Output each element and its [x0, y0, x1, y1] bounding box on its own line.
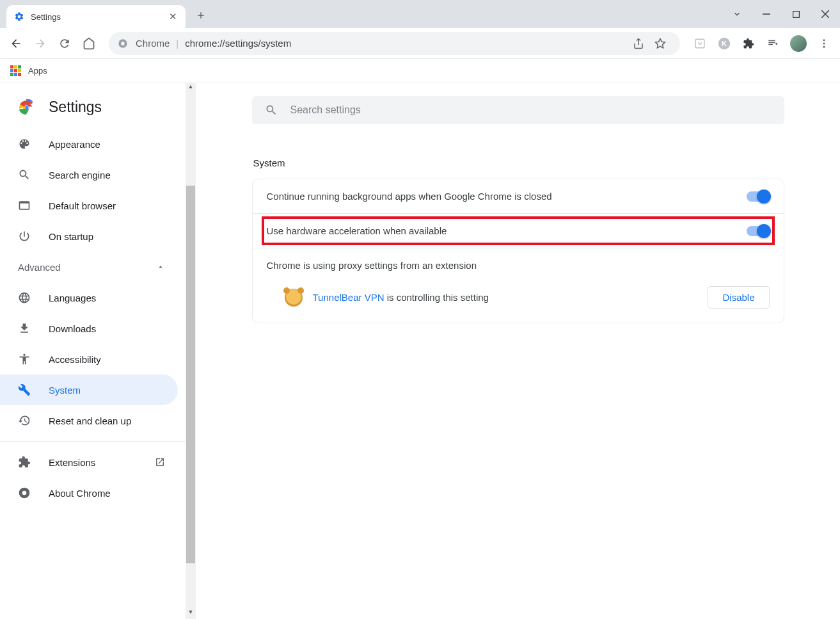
- sidebar-title: Settings: [49, 99, 102, 116]
- close-window-button[interactable]: [811, 0, 840, 28]
- sidebar-item-label: System: [49, 385, 81, 396]
- chrome-logo-icon: [18, 99, 35, 116]
- svg-rect-1: [793, 11, 799, 17]
- search-icon: [265, 104, 278, 117]
- window-titlebar: Settings ✕: [0, 0, 840, 28]
- sidebar-item-label: Reset and clean up: [49, 415, 131, 426]
- chevron-down-icon[interactable]: [722, 0, 752, 28]
- sidebar-item-label: Extensions: [49, 457, 95, 468]
- toggle-background-apps[interactable]: [747, 191, 770, 202]
- svg-point-11: [823, 39, 825, 41]
- sidebar-item-label: Downloads: [49, 323, 96, 334]
- globe-icon: [18, 291, 31, 304]
- puzzle-icon: [18, 456, 31, 469]
- maximize-button[interactable]: [781, 0, 811, 28]
- restore-icon: [18, 414, 31, 427]
- minimize-button[interactable]: [752, 0, 781, 28]
- download-icon: [18, 322, 31, 335]
- divider: |: [176, 38, 178, 49]
- sidebar-item-on-startup[interactable]: On startup: [0, 221, 178, 252]
- accessibility-icon: [18, 353, 31, 366]
- tunnelbear-icon: [285, 289, 303, 307]
- profile-avatar[interactable]: [790, 35, 807, 52]
- window-controls: [722, 0, 840, 28]
- disable-button[interactable]: Disable: [708, 286, 769, 309]
- reading-list-icon[interactable]: [762, 33, 784, 54]
- sidebar-header: Settings: [0, 91, 186, 129]
- extension-k-icon[interactable]: K: [713, 33, 735, 54]
- scroll-thumb[interactable]: [186, 186, 195, 563]
- setting-background-apps: Continue running background apps when Go…: [253, 179, 784, 214]
- share-icon[interactable]: [628, 33, 649, 54]
- scroll-up-arrow[interactable]: ▲: [186, 83, 196, 93]
- apps-label[interactable]: Apps: [28, 66, 47, 76]
- sidebar-item-label: Default browser: [49, 200, 116, 211]
- svg-point-5: [121, 42, 124, 45]
- browser-toolbar: Chrome | chrome://settings/system K: [0, 28, 840, 59]
- sidebar-item-label: About Chrome: [49, 488, 111, 499]
- settings-main: Search settings System Continue running …: [196, 83, 840, 619]
- home-button[interactable]: [78, 33, 100, 54]
- chevron-up-icon: [156, 262, 165, 271]
- chrome-icon: [118, 38, 128, 49]
- separator: [0, 441, 186, 442]
- advanced-label: Advanced: [18, 262, 61, 273]
- sidebar-item-label: Accessibility: [49, 354, 101, 365]
- sidebar-scrollbar[interactable]: ▲ ▼: [186, 83, 196, 619]
- svg-marker-7: [656, 38, 665, 47]
- setting-label: Use hardware acceleration when available: [267, 225, 747, 236]
- close-icon[interactable]: ✕: [168, 12, 178, 22]
- sidebar-item-system[interactable]: System: [0, 374, 178, 405]
- apps-grid-icon[interactable]: [10, 65, 22, 77]
- omnibox-label: Chrome: [136, 38, 170, 49]
- sidebar-item-search-engine[interactable]: Search engine: [0, 159, 178, 190]
- sidebar-item-about-chrome[interactable]: About Chrome: [0, 478, 178, 508]
- sidebar-item-languages[interactable]: Languages: [0, 282, 178, 313]
- toggle-hardware-acceleration[interactable]: [747, 226, 770, 236]
- sidebar-item-downloads[interactable]: Downloads: [0, 313, 178, 344]
- gear-icon: [14, 12, 24, 22]
- bookmarks-bar: Apps: [0, 59, 840, 83]
- section-heading: System: [252, 157, 784, 168]
- chrome-small-icon: [18, 486, 31, 499]
- sidebar-item-label: Languages: [49, 293, 96, 303]
- browser-tab[interactable]: Settings ✕: [6, 5, 186, 28]
- search-icon: [18, 168, 31, 181]
- power-icon: [18, 230, 31, 243]
- svg-rect-8: [695, 39, 704, 48]
- sidebar-item-reset[interactable]: Reset and clean up: [0, 405, 178, 436]
- pocket-icon[interactable]: [689, 33, 711, 54]
- bookmark-star-icon[interactable]: [649, 33, 671, 54]
- extension-link[interactable]: TunnelBear VPN: [313, 292, 384, 303]
- wrench-icon: [18, 383, 31, 396]
- extensions-puzzle-icon[interactable]: [738, 33, 759, 54]
- sidebar-item-appearance[interactable]: Appearance: [0, 129, 178, 159]
- new-tab-button[interactable]: [192, 6, 210, 24]
- advanced-toggle[interactable]: Advanced: [0, 252, 178, 282]
- proxy-suffix: is controlling this setting: [384, 292, 489, 303]
- forward-button[interactable]: [29, 33, 51, 54]
- chrome-menu-icon[interactable]: [813, 33, 835, 54]
- svg-point-13: [823, 45, 825, 47]
- omnibox-url: chrome://settings/system: [185, 38, 291, 49]
- sidebar-item-label: Appearance: [49, 139, 100, 150]
- setting-hardware-acceleration: Use hardware acceleration when available: [253, 214, 784, 248]
- svg-point-12: [823, 42, 825, 44]
- external-link-icon: [155, 457, 165, 467]
- tab-title: Settings: [31, 12, 168, 22]
- system-settings-card: Continue running background apps when Go…: [252, 179, 784, 323]
- proxy-title: Chrome is using proxy settings from an e…: [267, 260, 770, 271]
- svg-text:K: K: [722, 39, 727, 47]
- sidebar-item-label: On startup: [49, 231, 93, 242]
- sidebar-item-extensions[interactable]: Extensions: [0, 447, 178, 478]
- scroll-down-arrow[interactable]: ▼: [186, 609, 196, 619]
- settings-sidebar: Settings Appearance Search engine Defaul…: [0, 83, 186, 619]
- sidebar-item-accessibility[interactable]: Accessibility: [0, 344, 178, 374]
- search-settings-input[interactable]: Search settings: [252, 96, 784, 124]
- reload-button[interactable]: [54, 33, 75, 54]
- back-button[interactable]: [5, 33, 27, 54]
- sidebar-item-default-browser[interactable]: Default browser: [0, 190, 178, 221]
- address-bar[interactable]: Chrome | chrome://settings/system: [109, 32, 680, 55]
- sidebar-item-label: Search engine: [49, 170, 111, 181]
- search-placeholder: Search settings: [290, 104, 361, 116]
